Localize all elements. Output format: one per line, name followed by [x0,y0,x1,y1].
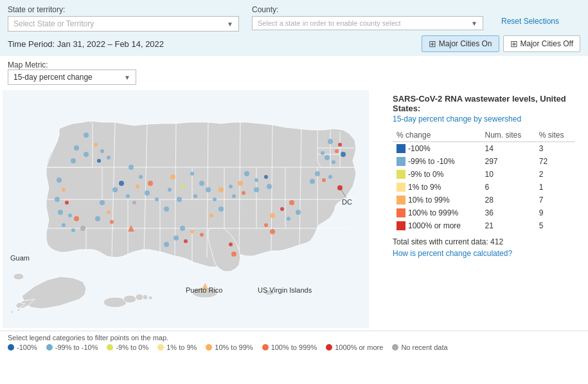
svg-point-72 [264,175,268,179]
svg-point-59 [264,223,268,227]
legend-row-change: 100% to 999% [393,206,481,219]
svg-point-64 [190,230,194,233]
bottom-legend-label: Select legend categories to filter point… [8,334,580,342]
bottom-legend-item[interactable]: 100% to 999% [262,343,317,351]
bottom-legend-item[interactable]: 10% to 99% [206,343,253,351]
svg-point-93 [148,181,153,186]
svg-point-54 [289,200,294,205]
total-sites: Total sites with current data: 412 [393,237,575,246]
legend-row[interactable]: -100% 14 3 [393,142,575,156]
svg-point-76 [229,185,233,188]
svg-point-84 [170,174,175,179]
bottom-legend: Select legend categories to filter point… [0,331,588,354]
svg-point-66 [200,233,204,237]
metric-select[interactable]: 15-day percent change ▼ [8,69,136,85]
legend-title: SARS-CoV-2 RNA wastewater levels, United… [393,94,575,113]
svg-point-99 [74,145,79,151]
svg-point-74 [242,191,245,195]
svg-point-65 [174,235,179,241]
svg-point-43 [328,139,333,144]
svg-point-77 [218,187,224,192]
legend-row[interactable]: -99% to -10% 297 72 [393,155,575,168]
svg-point-81 [181,185,184,188]
svg-point-56 [270,213,275,218]
svg-point-83 [193,194,197,198]
major-cities-off-button[interactable]: ⊞ Major Cities Off [503,35,580,52]
svg-point-107 [55,197,60,202]
svg-point-113 [80,226,85,231]
legend-dot [326,344,332,351]
bottom-legend-item[interactable]: 1% to 9% [157,343,197,351]
svg-point-44 [335,149,339,153]
legend-row-label: 1000% or more [408,221,461,230]
svg-point-36 [123,295,136,303]
svg-point-101 [84,152,89,157]
color-swatch [396,183,405,192]
county-select[interactable]: Select a state in order to enable county… [252,16,483,30]
svg-point-48 [341,152,346,157]
us-map[interactable]: DC Guam Puerto Rico US Virgin Islands [3,90,369,328]
legend-row-change: -100% [393,142,481,156]
bottom-legend-item[interactable]: -99% to -10% [46,343,98,351]
svg-point-96 [132,201,136,205]
legend-row-change: 1000% or more [393,219,481,232]
svg-point-108 [65,201,69,205]
dc-label: DC [342,198,352,206]
svg-point-106 [62,188,66,192]
legend-row-pct: 3 [535,142,575,156]
legend-row[interactable]: 1% to 9% 6 1 [393,181,575,194]
legend-row-pct: 9 [535,206,575,219]
svg-point-90 [136,185,139,188]
reset-link[interactable]: Reset Selections [501,5,559,26]
svg-point-95 [112,187,118,192]
major-cities-on-button[interactable]: ⊞ Major Cities On [422,35,499,52]
legend-dot [107,344,113,351]
svg-point-40 [13,273,24,280]
bottom-legend-item[interactable]: -9% to 0% [107,343,148,351]
svg-point-97 [84,133,89,138]
state-placeholder: Select State or Territory [13,19,94,28]
bottom-legend-item[interactable]: -100% [8,343,37,351]
legend-subtitle: 15-day percent change by sewershed [393,114,575,123]
legend-dot [392,344,398,351]
bottom-legend-item[interactable]: No recent data [392,343,447,351]
svg-point-120 [209,214,213,217]
svg-point-71 [238,181,243,186]
legend-row[interactable]: 100% to 999% 36 9 [393,206,575,219]
legend-row-num-sites: 10 [481,168,535,181]
legend-row[interactable]: -9% to 0% 10 2 [393,168,575,181]
legend-row[interactable]: 10% to 99% 28 7 [393,194,575,206]
svg-point-68 [184,239,188,243]
svg-point-57 [287,217,290,221]
svg-point-104 [107,156,111,160]
svg-point-117 [95,216,100,221]
how-calc-link[interactable]: How is percent change calculated? [393,249,575,258]
svg-point-45 [325,155,330,160]
svg-point-60 [270,229,275,234]
legend-row-pct: 2 [535,168,575,181]
state-select[interactable]: Select State or Territory ▼ [8,16,239,32]
county-placeholder: Select a state in order to enable county… [258,19,401,27]
bottom-legend-item[interactable]: 1000% or more [326,343,383,351]
svg-point-92 [126,194,130,198]
cities-off-label: Major Cities Off [521,39,573,48]
legend-table: % change Num. sites % sites -100% 14 3 -… [393,129,575,232]
legend-row[interactable]: 1000% or more 21 5 [393,219,575,232]
svg-point-110 [68,214,72,217]
svg-point-121 [164,206,169,212]
county-label: County: [252,5,483,14]
legend-item-label: -9% to 0% [116,343,148,351]
county-field-group: County: Select a state in order to enabl… [252,5,483,30]
guam-label: Guam [10,254,30,262]
time-row: Time Period: Jan 31, 2022 – Feb 14, 2022… [8,35,580,52]
svg-point-49 [321,151,325,155]
col-pct-header: % sites [535,129,575,142]
metric-label: Map Metric: [8,60,48,69]
legend-row-num-sites: 21 [481,219,535,232]
legend-row-pct: 1 [535,181,575,194]
svg-point-111 [74,216,79,221]
svg-point-39 [148,296,152,300]
puerto-rico-label: Puerto Rico [186,286,222,294]
svg-point-61 [229,242,233,246]
svg-point-118 [110,220,114,224]
